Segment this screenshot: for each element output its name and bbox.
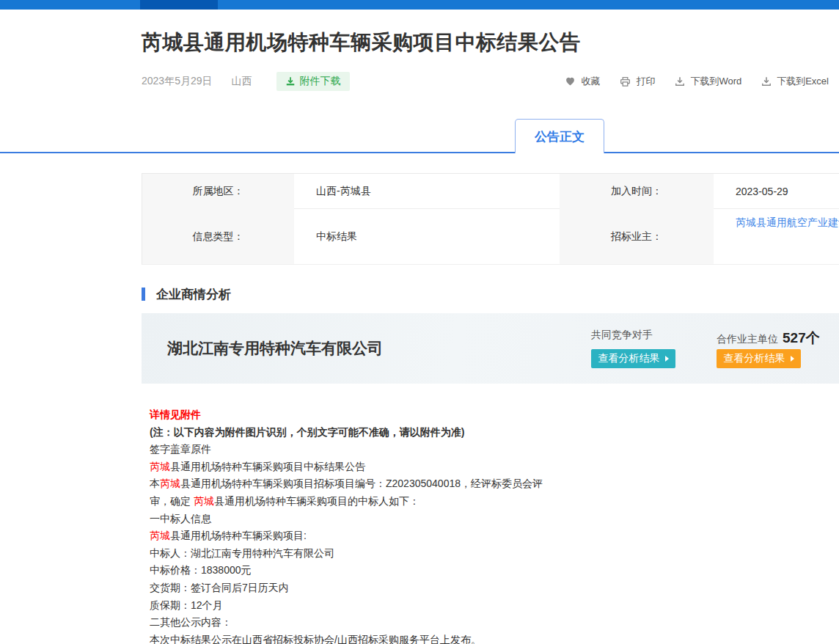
join-time-field-value: 2023-05-29 — [714, 174, 839, 209]
body-line: 芮城县通用机场特种车辆采购项目中标结果公告 — [150, 458, 832, 476]
download-icon — [761, 76, 772, 87]
body-line: 审，确定 芮城县通用机场特种车辆采购项目的中标人如下： — [150, 493, 832, 511]
body-line: 交货期：签订合同后7日历天内 — [150, 579, 832, 597]
attachment-notice: 详情见附件 — [150, 406, 832, 424]
attachment-download-label: 附件下载 — [300, 75, 341, 88]
body-line: 签字盖章原件 — [150, 441, 832, 458]
top-navigation-bar — [0, 0, 839, 10]
download-word-label: 下载到Word — [690, 75, 741, 88]
competitors-label: 共同竞争对手 — [591, 329, 675, 340]
arrow-right-icon — [665, 356, 669, 362]
favorite-label: 收藏 — [581, 75, 600, 88]
announcement-info-table: 所属地区： 山西-芮城县 加入时间： 2023-05-29 信息类型： 中标结果… — [142, 173, 839, 265]
join-time-field-label: 加入时间： — [560, 174, 714, 209]
tender-owner-field-value: 芮城县通用航空产业建设发 — [714, 209, 839, 264]
body-line: 本次中标结果公示在山西省招标投标协会/山西招标采购服务平台上发布。 — [150, 632, 832, 644]
analysis-section-title: 企业商情分析 — [156, 286, 231, 303]
region-label: 山西 — [232, 75, 252, 88]
tab-announcement-body[interactable]: 公告正文 — [515, 119, 604, 153]
competitors-block: 共同竞争对手 查看分析结果 — [591, 329, 675, 368]
body-line: 中标人：湖北江南专用特种汽车有限公司 — [150, 545, 832, 563]
region-field-value: 山西-芮城县 — [294, 174, 560, 209]
analysis-section-header: 企业商情分析 — [142, 287, 839, 301]
partners-block: 合作业主单位 527个 查看分析结果 — [717, 329, 801, 368]
page-title: 芮城县通用机场特种车辆采购项目中标结果公告 — [142, 29, 839, 56]
view-competitors-analysis-label: 查看分析结果 — [598, 352, 660, 365]
announcement-header: 芮城县通用机场特种车辆采购项目中标结果公告 2023年5月29日 山西 附件下载… — [142, 29, 839, 91]
header-actions: 收藏 打印 下载到Word — [565, 72, 829, 91]
tender-owner-field-label: 招标业主： — [560, 209, 714, 264]
ocr-disclaimer: (注：以下内容为附件图片识别，个别文字可能不准确，请以附件为准) — [150, 424, 832, 442]
section-accent-bar — [142, 288, 145, 301]
body-line: 中标价格：1838000元 — [150, 562, 832, 579]
company-name: 湖北江南专用特种汽车有限公司 — [167, 338, 591, 359]
company-analysis-panel: 湖北江南专用特种汽车有限公司 共同竞争对手 查看分析结果 合作业主单位 527个… — [142, 313, 839, 384]
view-partners-analysis-label: 查看分析结果 — [724, 352, 785, 365]
body-line: 本芮城县通用机场特种车辆采购项目招标项目编号：Z202305040018，经评标… — [150, 475, 832, 493]
partners-label: 合作业主单位 527个 — [717, 329, 801, 340]
top-bar-active-segment — [140, 0, 218, 10]
announcement-body: 详情见附件 (注：以下内容为附件图片识别，个别文字可能不准确，请以附件为准) 签… — [150, 406, 832, 644]
print-button[interactable]: 打印 — [620, 75, 655, 88]
body-line: 二其他公示内容： — [150, 614, 832, 632]
tender-owner-link[interactable]: 芮城县通用航空产业建设发 — [736, 216, 839, 230]
publish-date: 2023年5月29日 — [142, 75, 213, 88]
body-line: 质保期：12个月 — [150, 597, 832, 615]
heart-icon — [565, 76, 576, 87]
favorite-button[interactable]: 收藏 — [565, 75, 600, 88]
partners-label-text: 合作业主单位 — [717, 333, 778, 346]
download-icon — [285, 76, 296, 87]
info-type-field-label: 信息类型： — [142, 209, 294, 264]
attachment-download-button[interactable]: 附件下载 — [276, 72, 350, 91]
info-type-field-value: 中标结果 — [294, 209, 560, 264]
download-icon — [675, 76, 685, 87]
meta-row: 2023年5月29日 山西 附件下载 收藏 — [142, 72, 839, 91]
body-line: 芮城县通用机场特种车辆采购项目: — [150, 527, 832, 545]
body-line: 一中标人信息 — [150, 511, 832, 528]
download-word-button[interactable]: 下载到Word — [675, 75, 741, 88]
download-excel-button[interactable]: 下载到Excel — [761, 75, 829, 88]
download-excel-label: 下载到Excel — [777, 75, 829, 88]
printer-icon — [620, 76, 631, 87]
view-competitors-analysis-button[interactable]: 查看分析结果 — [591, 349, 675, 368]
arrow-right-icon — [791, 356, 794, 362]
view-partners-analysis-button[interactable]: 查看分析结果 — [717, 349, 801, 368]
tab-bar: 公告正文 — [0, 91, 839, 153]
print-label: 打印 — [636, 75, 655, 88]
partners-count: 527个 — [783, 329, 820, 348]
region-field-label: 所属地区： — [142, 174, 294, 209]
